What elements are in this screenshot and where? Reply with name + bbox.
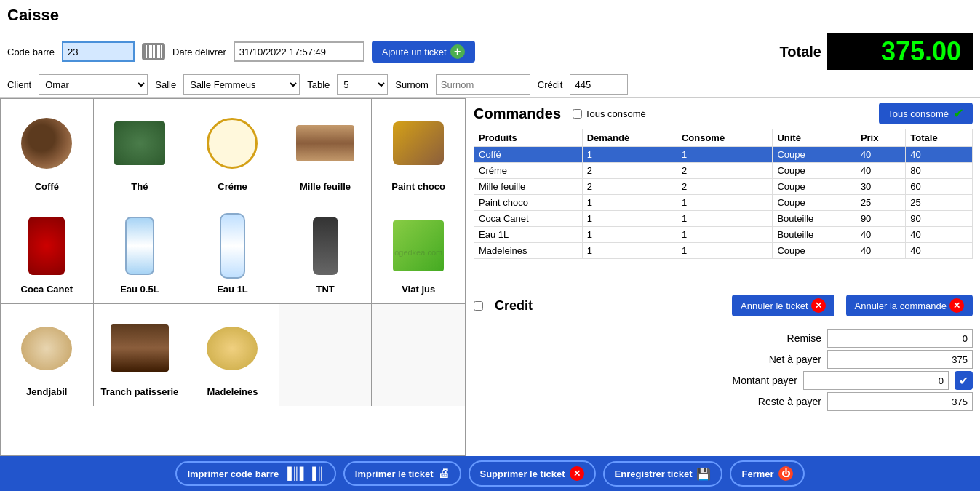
imprimer-ticket-button[interactable]: Imprimer le ticket 🖨 <box>343 461 461 486</box>
cell-prix: 40 <box>856 163 905 179</box>
product-pain-choco[interactable]: Paint choco <box>372 99 465 201</box>
product-jendjabil-label: Jendjabil <box>23 385 70 399</box>
col-demande: Demandé <box>582 129 677 147</box>
product-coca[interactable]: Coca Canet <box>1 201 94 303</box>
coffe-image <box>21 118 72 169</box>
client-select[interactable]: Omar <box>39 74 148 95</box>
table-select[interactable]: 5 <box>337 74 388 95</box>
client-label: Client <box>7 79 31 90</box>
madeleine-image <box>207 327 258 370</box>
cell-prix: 90 <box>856 211 905 227</box>
montant-payer-input[interactable] <box>803 371 949 390</box>
fermer-button[interactable]: Fermer ⏻ <box>730 460 804 487</box>
credit-input[interactable] <box>570 74 628 95</box>
cell-demande: 1 <box>582 243 677 259</box>
product-pain-label: Paint choco <box>389 180 448 193</box>
table-label: Table <box>307 79 330 90</box>
imprimer-code-button[interactable]: Imprimer code barre ▐║▌▐║ <box>175 461 335 486</box>
svg-rect-5 <box>156 45 156 58</box>
barcode-bottom-icon: ▐║▌▐║ <box>283 467 324 480</box>
tous-consomme-button[interactable]: Tous consomé ✔ <box>879 103 973 124</box>
product-empty-1 <box>279 304 373 406</box>
plus-icon: + <box>450 44 465 59</box>
cell-produit: Créme <box>474 163 583 179</box>
orders-table: Produits Demandé Consomé Unité Prix Tota… <box>474 129 973 259</box>
svg-rect-0 <box>146 45 147 58</box>
product-tnt[interactable]: TNT <box>279 201 373 303</box>
confirm-montant-button[interactable]: ✔ <box>955 371 973 390</box>
orders-container: Produits Demandé Consomé Unité Prix Tota… <box>474 129 973 289</box>
salle-select[interactable]: Salle Femmeus <box>183 74 300 95</box>
cell-produit: Mille feuille <box>474 179 583 195</box>
remise-input[interactable] <box>827 329 973 348</box>
barcode-input[interactable] <box>62 41 135 62</box>
power-icon: ⏻ <box>778 466 793 481</box>
add-ticket-button[interactable]: Ajouté un ticket + <box>372 41 475 63</box>
product-tranch-label: Tranch patisserie <box>97 385 181 399</box>
annuler-ticket-label: Annuler le ticket <box>741 300 808 311</box>
date-input[interactable] <box>234 41 364 62</box>
delete-ticket-icon: ✕ <box>570 466 584 481</box>
printer-icon: 🖨 <box>438 467 450 480</box>
annuler-ticket-button[interactable]: Annuler le ticket ✕ <box>732 295 834 316</box>
product-eau1[interactable]: Eau 1L <box>186 201 279 303</box>
commandes-title: Commandes <box>474 105 561 122</box>
table-row[interactable]: Coca Canet11Bouteille9090 <box>474 211 973 227</box>
bottom-bar: Imprimer code barre ▐║▌▐║ Imprimer le ti… <box>0 456 980 491</box>
annuler-commande-button[interactable]: Annuler la commande ✕ <box>846 295 973 316</box>
product-eau1-label: Eau 1L <box>214 282 251 296</box>
supprimer-ticket-button[interactable]: Supprimer le ticket ✕ <box>469 460 596 487</box>
product-coffe[interactable]: Coffé <box>1 99 94 201</box>
table-row[interactable]: Eau 1L11Bouteille4040 <box>474 227 973 243</box>
table-row[interactable]: Créme22Coupe4080 <box>474 163 973 179</box>
table-row[interactable]: Mille feuille22Coupe3060 <box>474 179 973 195</box>
product-madeleines-label: Madeleines <box>204 385 260 399</box>
tous-consomme-label: Tous consomé <box>585 108 646 119</box>
cell-totale: 90 <box>906 211 973 227</box>
barcode-scan-icon[interactable] <box>142 43 165 60</box>
cell-totale: 60 <box>906 179 973 195</box>
credit-checkbox[interactable] <box>474 301 483 311</box>
barcode-label: Code barre <box>7 47 55 57</box>
surnom-label: Surnom <box>395 79 429 90</box>
product-mille-feuille[interactable]: Mille feuille <box>279 99 373 201</box>
col-prix: Prix <box>856 129 905 147</box>
enregistrer-ticket-button[interactable]: Enregistrer ticket 💾 <box>603 461 723 487</box>
product-creme[interactable]: Créme <box>186 99 279 201</box>
cell-unite: Coupe <box>773 195 856 211</box>
enregistrer-ticket-label: Enregistrer ticket <box>615 468 693 479</box>
product-the-label: Thé <box>128 180 151 193</box>
tous-consomme-checkbox-label[interactable]: Tous consomé <box>573 108 646 119</box>
product-viat[interactable]: ogedkea.com Viat jus <box>372 201 465 303</box>
cell-produit: Eau 1L <box>474 227 583 243</box>
cell-produit: Coffé <box>474 147 583 163</box>
product-the[interactable]: Thé <box>94 99 187 201</box>
totale-label: Totale <box>780 44 821 60</box>
eau1-image <box>220 213 245 279</box>
product-empty-2 <box>372 304 465 406</box>
table-row[interactable]: Coffé11Coupe4040 <box>474 147 973 163</box>
cell-prix: 40 <box>856 243 905 259</box>
cell-unite: Coupe <box>773 163 856 179</box>
cell-unite: Coupe <box>773 147 856 163</box>
cell-demande: 2 <box>582 179 677 195</box>
cell-totale: 40 <box>906 147 973 163</box>
coca-image <box>28 217 65 275</box>
fermer-label: Fermer <box>741 468 773 479</box>
reste-payer-input[interactable] <box>827 392 973 411</box>
product-eau05[interactable]: Eau 0.5L <box>94 201 187 303</box>
table-row[interactable]: Madeleines11Coupe4040 <box>474 243 973 259</box>
product-tranch[interactable]: Tranch patisserie <box>94 304 187 406</box>
product-coffe-label: Coffé <box>32 180 62 193</box>
montant-payer-label: Montant payer <box>733 375 798 386</box>
table-row[interactable]: Paint choco11Coupe2525 <box>474 195 973 211</box>
date-label: Date délivrer <box>172 47 226 57</box>
net-payer-label: Net à payer <box>769 354 821 365</box>
product-madeleines[interactable]: Madeleines <box>186 304 279 406</box>
credit-section: Credit Annuler le ticket ✕ Annuler la co… <box>474 295 973 316</box>
net-payer-input[interactable] <box>827 350 973 369</box>
cell-demande: 1 <box>582 211 677 227</box>
tous-consomme-checkbox[interactable] <box>573 109 582 119</box>
product-jendjabil[interactable]: Jendjabil <box>1 304 94 406</box>
surnom-input[interactable] <box>436 74 530 95</box>
